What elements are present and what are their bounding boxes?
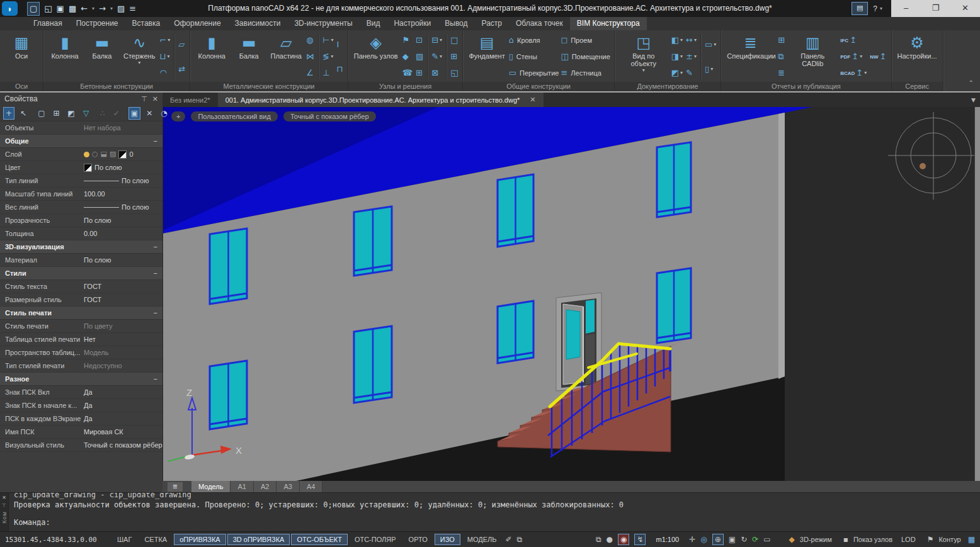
monitor-icon[interactable]: ▭ <box>763 534 770 544</box>
ifc-export-icon[interactable]: IFC↥ <box>840 35 867 46</box>
property-section-header[interactable]: Стили− <box>0 267 162 280</box>
channel-beam-icon[interactable]: ⊔▾ <box>159 51 171 62</box>
ribbon-tab-item[interactable]: Главная <box>26 17 69 30</box>
sheet-list-icon[interactable]: ≣ <box>777 67 785 79</box>
viewport-badge[interactable]: Точный с показом рёбер <box>283 111 376 121</box>
layout-tab[interactable]: А4 <box>300 481 322 493</box>
steel-node-icon[interactable]: ◍ <box>305 35 315 46</box>
ribbon-button[interactable]: ▮Колонна <box>194 31 229 82</box>
property-value[interactable]: Да <box>81 399 162 412</box>
ribbon-button[interactable]: ▤Фундамент <box>467 31 506 82</box>
status-toggle[interactable]: МОДЕЛЬ <box>462 534 503 545</box>
status-toggle[interactable]: ОРТО <box>403 534 433 545</box>
frame-inner-icon[interactable]: ◱ <box>450 67 459 79</box>
ribbon-button[interactable]: ◈Панель узлов <box>352 31 400 82</box>
layout-tab[interactable]: А1 <box>231 481 253 493</box>
property-value[interactable]: Да <box>81 412 162 425</box>
ribbon-tab-item[interactable]: Вставка <box>125 17 168 30</box>
vertical-scrollbar[interactable] <box>974 107 980 481</box>
angle-beam-icon[interactable]: ⌐▾ <box>159 35 171 46</box>
property-value[interactable]: ГОСТ <box>81 293 162 306</box>
ribbon-tab-item[interactable]: 3D-инструменты <box>287 17 359 30</box>
ribbon-button[interactable]: ▭Перекрытие <box>509 66 559 80</box>
node-flag-icon[interactable]: ⚑ <box>402 35 413 46</box>
orbit-icon[interactable]: ↻ <box>741 534 747 544</box>
beam-split-icon[interactable]: ⊢▾ <box>322 35 334 46</box>
select-append-icon[interactable]: + <box>3 107 14 120</box>
ribbon-button[interactable]: ▥Панель CADlib <box>787 31 838 82</box>
ribbon-tab-item[interactable]: Зависимости <box>228 17 288 30</box>
ribbon-button[interactable]: ∿Стержень▾ <box>122 31 157 82</box>
select-crossing-icon[interactable]: ⊞ <box>50 107 62 120</box>
document-tab[interactable]: 001. Административный корпус.3D.Проектир… <box>218 93 544 107</box>
collapse-icon[interactable]: − <box>154 267 157 279</box>
frame-icon[interactable]: □ <box>450 35 459 46</box>
layer-on-bulb-icon[interactable] <box>84 152 89 157</box>
dynamic-ucs-icon[interactable]: ↯ <box>634 534 646 545</box>
status-mode-Показ узлов[interactable]: ▪Показ узлов <box>841 534 892 544</box>
calculator-icon[interactable]: ◔ <box>158 107 169 120</box>
beam-saddle-icon[interactable]: ⊓ <box>336 64 344 75</box>
table-link-icon[interactable]: ⊞ <box>777 35 785 46</box>
layer-freeze-icon[interactable]: ○ <box>92 148 98 161</box>
close-button[interactable]: ✕ <box>950 0 980 17</box>
select-fence-icon[interactable]: ∴ <box>98 107 108 120</box>
restore-button[interactable]: ❐ <box>921 0 950 17</box>
property-section-header[interactable]: 3D-визуализация− <box>0 240 162 254</box>
pin-icon[interactable]: ⊤ <box>141 95 147 103</box>
pan-icon[interactable]: ✛ <box>689 534 695 544</box>
node-printer-icon[interactable]: ▨ <box>415 51 424 62</box>
property-value[interactable]: По слою <box>81 174 162 187</box>
save-as-icon[interactable]: ▩ <box>69 3 76 15</box>
property-value[interactable]: По слою <box>81 214 162 227</box>
minimize-button[interactable]: – <box>891 0 921 17</box>
annotate-icon[interactable]: ✐ <box>505 534 511 544</box>
collapse-icon[interactable]: − <box>154 307 157 319</box>
status-toggle[interactable]: оПРИВЯЗКА <box>174 534 226 545</box>
forward-arrow-icon[interactable]: → <box>99 3 106 15</box>
select-ok-icon[interactable]: ✓ <box>111 107 122 120</box>
keyboard-icon[interactable]: ▤ <box>852 2 868 15</box>
property-section-header[interactable]: Стиль печати− <box>0 307 162 320</box>
zoom-window-icon[interactable]: ⊕ <box>712 534 724 545</box>
notify-icon[interactable]: ◉ <box>618 534 629 545</box>
property-value[interactable]: По слою <box>81 161 162 174</box>
property-value[interactable]: ○⬓▨0 <box>81 148 162 161</box>
status-toggle[interactable]: ШАГ <box>111 534 137 545</box>
beam-bent-icon[interactable]: ≶▾ <box>322 51 334 62</box>
ribbon-button[interactable]: ◳Вид по объекту▾ <box>618 31 669 82</box>
ribbon-tab-active[interactable]: BIM Конструктора <box>570 17 647 30</box>
ribbon-tab-item[interactable]: Облака точек <box>509 17 570 30</box>
close-icon[interactable]: ✕ <box>2 495 6 500</box>
collapse-icon[interactable]: − <box>154 240 157 253</box>
property-value[interactable]: 100.00 <box>81 188 162 200</box>
document-tab[interactable]: Без имени2* <box>162 93 218 107</box>
property-value[interactable]: Модель <box>81 346 162 359</box>
property-value[interactable]: Да <box>81 386 162 398</box>
new-file-icon[interactable]: ▢ <box>27 2 40 16</box>
dim-chain-icon[interactable]: ↔▾ <box>685 35 697 46</box>
ribbon-button[interactable]: ◫Помещение <box>561 50 610 64</box>
command-window[interactable]: ✕ ⊤ Ком cip_update_drawing - cip_update_… <box>0 492 980 532</box>
caret-down-icon[interactable]: ▾ <box>110 3 113 15</box>
property-value[interactable]: Нет <box>81 333 162 346</box>
property-section-header[interactable]: Общие− <box>0 135 162 148</box>
ribbon-tab-item[interactable]: Растр <box>475 17 509 30</box>
ribbon-button[interactable]: ▦Оси <box>4 31 39 82</box>
highlight-icon[interactable]: ▣ <box>128 107 140 120</box>
pin-icon[interactable]: ⊤ <box>2 503 6 509</box>
arc-plate-icon[interactable]: ◠ <box>159 67 171 79</box>
open-folder-icon[interactable]: ◱ <box>44 3 52 15</box>
print-icon[interactable]: ▨ <box>117 3 125 15</box>
caret-down-icon[interactable]: ▾ <box>92 3 94 15</box>
detail-sketch-icon[interactable]: ✎▾ <box>431 51 443 62</box>
select-cursor-icon[interactable]: ↖ <box>18 107 29 120</box>
zoom-icon[interactable]: ◎ <box>700 534 707 544</box>
property-value[interactable]: 0.00 <box>81 227 162 240</box>
node-calculator-icon[interactable]: ⊞ <box>415 67 424 79</box>
screen-icon[interactable]: ▦ <box>968 534 975 544</box>
mark-view-icon[interactable]: ◩▾ <box>671 67 683 79</box>
ribbon-button[interactable]: ▬Балка <box>231 31 266 82</box>
ribbon-button[interactable]: ≣Спецификации <box>725 31 775 82</box>
property-value[interactable]: По цвету <box>81 320 162 332</box>
